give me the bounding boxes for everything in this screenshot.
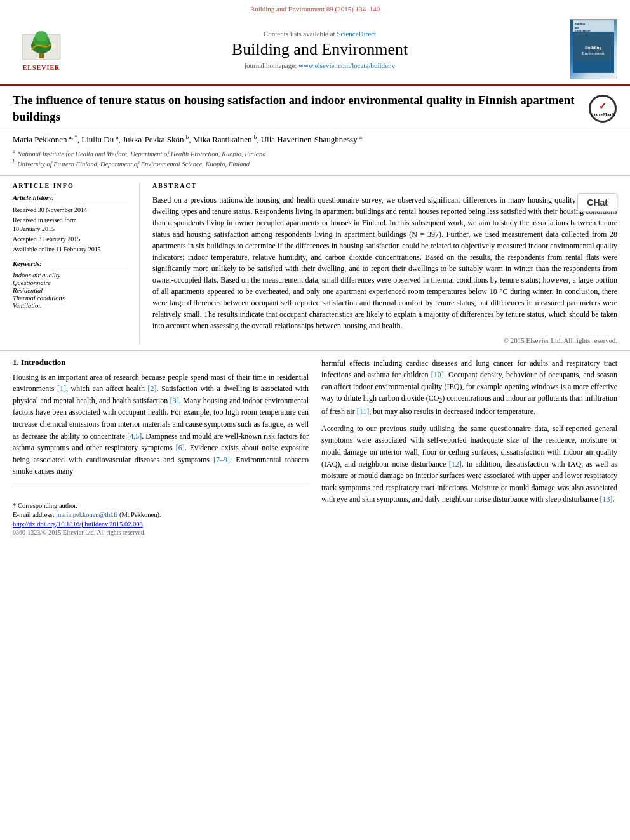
journal-number: Building and Environment 89 (2015) 134–1… — [250, 5, 380, 13]
article-info-abstract-section: ARTICLE INFO Article history: Received 3… — [0, 175, 630, 351]
abstract-heading: ABSTRACT — [152, 182, 617, 189]
received-date: Received 30 November 2014 — [13, 206, 129, 215]
elsevier-label: ELSEVIER — [23, 64, 60, 71]
svg-point-4 — [35, 31, 48, 41]
article-info-col: ARTICLE INFO Article history: Received 3… — [13, 182, 140, 344]
journal-center: Contents lists available at ScienceDirec… — [70, 30, 570, 69]
ref-7-9[interactable]: [7–9] — [213, 455, 230, 464]
intro-section-title: 1. Introduction — [13, 357, 309, 368]
revised-date: Received in revised form18 January 2015 — [13, 216, 129, 234]
svg-text:Environment: Environment — [575, 29, 591, 32]
homepage-link[interactable]: www.elsevier.com/locate/buildenv — [298, 62, 395, 69]
svg-text:Building: Building — [585, 45, 602, 50]
svg-text:and: and — [575, 26, 580, 29]
doi-link: http://dx.doi.org/10.1016/j.buildenv.201… — [13, 521, 309, 528]
authors-line: Maria Pekkonen a, *, Liuliu Du a, Jukka-… — [13, 134, 617, 145]
ref-2[interactable]: [2] — [148, 384, 157, 393]
ref-1[interactable]: [1] — [57, 384, 66, 393]
ref-12[interactable]: [12] — [449, 460, 462, 469]
email-link[interactable]: maria.pekkonen@thl.fi — [56, 511, 117, 518]
article-title-section: The influence of tenure status on housin… — [0, 86, 630, 130]
elsevier-tree-icon — [19, 28, 64, 63]
footer-email-line: E-mail address: maria.pekkonen@thl.fi (M… — [13, 511, 309, 518]
keyword-3: Residential — [13, 287, 129, 294]
keyword-1: Indoor air quality — [13, 272, 129, 279]
article-title: The influence of tenure status on housin… — [13, 92, 589, 124]
keyword-5: Ventilation — [13, 302, 129, 309]
contents-line: Contents lists available at ScienceDirec… — [70, 30, 570, 37]
page-wrapper: Building and Environment 89 (2015) 134–1… — [0, 0, 630, 542]
chat-button[interactable]: CHat — [577, 193, 617, 212]
elsevier-logo: ELSEVIER — [13, 28, 70, 71]
intro-left-col: 1. Introduction Housing is an important … — [13, 357, 309, 536]
ref-11[interactable]: [11] — [357, 407, 370, 416]
svg-text:Building: Building — [575, 22, 586, 25]
abstract-text: Based on a previous nationwide housing a… — [152, 194, 617, 331]
affiliation-a: a National Institute for Health and Welf… — [13, 148, 617, 157]
available-date: Available online 11 February 2015 — [13, 245, 129, 254]
keywords-heading: Keywords: — [13, 260, 129, 269]
journal-thumbnail: Building and Environment Building Enviro… — [570, 19, 617, 79]
abstract-col: ABSTRACT Based on a previous nationwide … — [152, 182, 617, 344]
introduction-section: 1. Introduction Housing is an important … — [0, 351, 630, 542]
doi-anchor[interactable]: http://dx.doi.org/10.1016/j.buildenv.201… — [13, 521, 143, 528]
authors-section: Maria Pekkonen a, *, Liuliu Du a, Jukka-… — [0, 130, 630, 171]
journal-title-row: ELSEVIER Contents lists available at Sci… — [0, 17, 630, 84]
keyword-4: Thermal conditions — [13, 295, 129, 302]
sciencedirect-link[interactable]: ScienceDirect — [337, 30, 376, 37]
article-history-heading: Article history: — [13, 194, 129, 203]
copyright-line: © 2015 Elsevier Ltd. All rights reserved… — [152, 337, 617, 344]
issn-line: 0360-1323/© 2015 Elsevier Ltd. All right… — [13, 529, 309, 536]
affiliation-b: b University of Eastern Finland, Departm… — [13, 158, 617, 168]
accepted-date: Accepted 3 February 2015 — [13, 235, 129, 244]
homepage-line: journal homepage: www.elsevier.com/locat… — [70, 62, 570, 69]
article-info-heading: ARTICLE INFO — [13, 182, 129, 189]
ref-13[interactable]: [13] — [600, 495, 613, 503]
ref-6[interactable]: [6] — [176, 443, 185, 452]
journal-cover-image: Building and Environment Building Enviro… — [573, 17, 614, 76]
intro-right-col: harmful effects including cardiac diseas… — [321, 357, 617, 536]
intro-section-num: 1. — [13, 357, 21, 367]
keywords-section: Keywords: Indoor air quality Questionnai… — [13, 260, 129, 309]
intro-body-text-right: harmful effects including cardiac diseas… — [321, 357, 617, 505]
intro-body-text-left: Housing is an important area of research… — [13, 371, 309, 477]
keyword-2: Questionnaire — [13, 279, 129, 286]
corresponding-author-note: * Corresponding author. — [13, 502, 309, 509]
journal-main-title: Building and Environment — [70, 40, 570, 59]
svg-text:Environment: Environment — [582, 51, 605, 55]
ref-4-5[interactable]: [4,5] — [127, 432, 142, 441]
journal-header: Building and Environment 89 (2015) 134–1… — [0, 0, 630, 86]
ref-10[interactable]: [10] — [431, 370, 444, 379]
ref-3[interactable]: [3] — [170, 396, 179, 405]
crossmark-badge: ✓ CrossMark — [589, 95, 617, 123]
crossmark-circle: ✓ CrossMark — [589, 95, 617, 123]
journal-top-bar: Building and Environment 89 (2015) 134–1… — [0, 5, 630, 13]
